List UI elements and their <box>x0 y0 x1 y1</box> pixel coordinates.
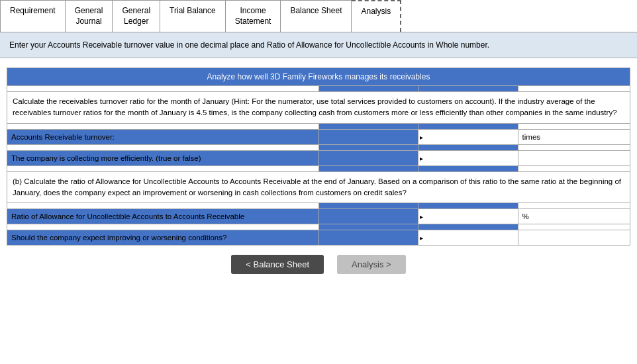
table-title: Analyze how well 3D Family Fireworks man… <box>7 68 630 86</box>
instruction-box: Enter your Accounts Receivable turnover … <box>0 32 637 58</box>
instruction-text: Enter your Accounts Receivable turnover … <box>9 40 489 50</box>
ar-turnover-input2[interactable] <box>420 132 516 142</box>
collecting-input1[interactable] <box>320 154 417 163</box>
collecting-row: The company is collecting more efficient… <box>7 150 630 165</box>
spacer-row-3 <box>7 144 630 150</box>
back-button[interactable]: < Balance Sheet <box>231 255 324 274</box>
collecting-input2[interactable] <box>420 154 516 163</box>
ratio-label: Ratio of Allowance for Uncollectible Acc… <box>7 209 319 224</box>
ratio-input1[interactable] <box>320 212 417 221</box>
expect-label: Should the company expect improving or w… <box>7 230 319 246</box>
question1-text: Calculate the receivables turnover ratio… <box>7 92 630 124</box>
tab-income-statement[interactable]: IncomeStatement <box>226 0 281 32</box>
question1-row: Calculate the receivables turnover ratio… <box>7 92 630 124</box>
ar-input-mid1[interactable] <box>318 129 418 144</box>
ratio-mid2[interactable] <box>418 209 518 224</box>
collecting-label: The company is collecting more efficient… <box>7 150 319 165</box>
spacer-row-2 <box>7 123 630 129</box>
tab-general-journal[interactable]: GeneralJournal <box>66 0 113 32</box>
tab-requirement[interactable]: Requirement <box>0 0 66 32</box>
ar-input-mid2[interactable] <box>418 129 518 144</box>
ratio-input2[interactable] <box>420 212 516 221</box>
expect-row: Should the company expect improving or w… <box>7 230 630 246</box>
table-header-row: Analyze how well 3D Family Fireworks man… <box>7 68 630 86</box>
collecting-mid2[interactable] <box>418 150 518 165</box>
collecting-mid1[interactable] <box>318 150 418 165</box>
tab-analysis[interactable]: Analysis <box>352 0 401 32</box>
main-content: Analyze how well 3D Family Fireworks man… <box>0 58 637 281</box>
spacer-row-5 <box>7 203 630 209</box>
question2-row: (b) Calculate the ratio of Allowance for… <box>7 171 630 203</box>
spacer-row-1 <box>7 86 630 92</box>
tab-balance-sheet[interactable]: Balance Sheet <box>281 0 352 32</box>
tab-general-ledger[interactable]: GeneralLedger <box>113 0 160 32</box>
ar-unit: times <box>518 129 630 144</box>
ratio-mid1[interactable] <box>318 209 418 224</box>
ar-label: Accounts Receivable turnover: <box>7 129 319 144</box>
tabs-bar: Requirement GeneralJournal GeneralLedger… <box>0 0 637 32</box>
tab-trial-balance[interactable]: Trial Balance <box>160 0 226 32</box>
analysis-table: Analyze how well 3D Family Fireworks man… <box>7 68 630 246</box>
expect-mid2[interactable] <box>418 230 518 246</box>
nav-buttons: < Balance Sheet Analysis > <box>7 255 630 274</box>
next-button[interactable]: Analysis > <box>337 255 406 274</box>
expect-input1[interactable] <box>320 233 417 242</box>
expect-mid1[interactable] <box>318 230 418 246</box>
expect-input2[interactable] <box>420 233 516 242</box>
ar-turnover-row: Accounts Receivable turnover: times <box>7 129 630 144</box>
spacer-row-4 <box>7 165 630 171</box>
ar-turnover-input[interactable] <box>320 132 417 142</box>
ratio-unit: % <box>518 209 630 224</box>
ratio-row: Ratio of Allowance for Uncollectible Acc… <box>7 209 630 224</box>
question2-text: (b) Calculate the ratio of Allowance for… <box>7 171 630 203</box>
spacer-row-6 <box>7 224 630 230</box>
